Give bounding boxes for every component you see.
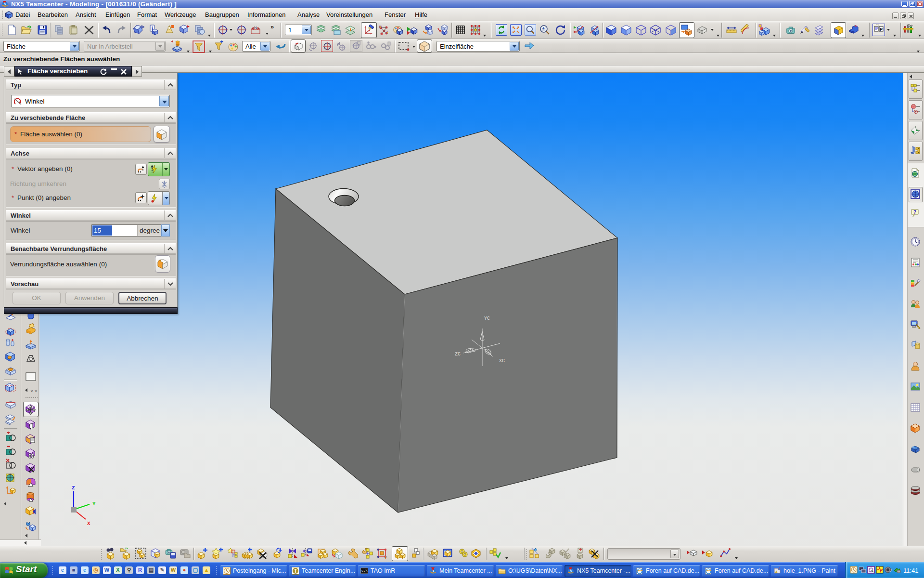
svg-text:c:\: c:\ [361,569,368,573]
svg-text:?: ? [913,210,916,215]
svg-text:±: ± [542,26,545,31]
svg-text:ZC: ZC [455,352,461,357]
svg-text:N: N [254,26,257,30]
svg-text:P: P [880,27,883,32]
svg-text:x: x [855,24,857,27]
svg-text:Z: Z [72,485,75,491]
svg-text:Y: Y [92,501,96,507]
svg-text:X: X [87,521,90,526]
svg-text:YC: YC [484,316,490,321]
svg-text:T: T [294,568,297,574]
svg-text:XC: XC [499,358,505,364]
